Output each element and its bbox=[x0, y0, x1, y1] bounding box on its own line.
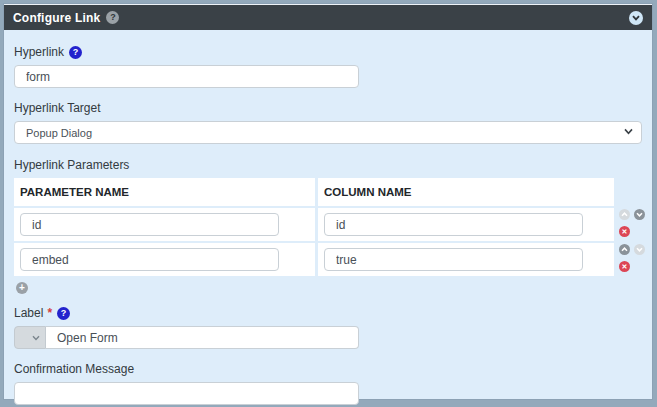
row-actions-1: ✕ bbox=[619, 244, 645, 279]
delete-row-icon[interactable]: ✕ bbox=[619, 226, 630, 237]
column-header-column-name: COLUMN NAME bbox=[318, 178, 614, 206]
hyperlink-parameters-table-wrap: PARAMETER NAME COLUMN NAME bbox=[14, 178, 642, 279]
label-help-icon[interactable]: ? bbox=[57, 307, 70, 320]
hyperlink-input[interactable] bbox=[14, 65, 359, 88]
label-input-group bbox=[14, 326, 642, 349]
label-input[interactable] bbox=[46, 326, 359, 349]
column-name-cell bbox=[318, 208, 614, 241]
row-actions-column: ✕ ✕ bbox=[614, 178, 645, 279]
add-parameter-icon[interactable]: + bbox=[16, 282, 28, 294]
hyperlink-parameters-table: PARAMETER NAME COLUMN NAME bbox=[14, 178, 614, 278]
move-down-icon[interactable] bbox=[634, 209, 645, 220]
table-row bbox=[14, 208, 614, 241]
required-marker: * bbox=[47, 306, 52, 320]
confirmation-message-label-row: Confirmation Message bbox=[14, 362, 642, 376]
chevron-down-icon bbox=[624, 128, 633, 135]
parameter-name-input-0[interactable] bbox=[20, 213, 279, 236]
label-icon-select[interactable] bbox=[14, 326, 46, 349]
confirmation-message-input[interactable] bbox=[14, 382, 359, 405]
parameter-name-cell bbox=[14, 208, 315, 241]
delete-row-icon[interactable]: ✕ bbox=[619, 261, 630, 272]
parameter-name-cell bbox=[14, 243, 315, 276]
column-name-input-0[interactable] bbox=[324, 213, 583, 236]
panel-header: Configure Link ? bbox=[4, 5, 652, 30]
collapse-chevron-icon[interactable] bbox=[629, 11, 643, 25]
label-field-label: Label bbox=[14, 306, 43, 320]
hyperlink-target-select[interactable]: Popup Dialog bbox=[14, 121, 642, 144]
hyperlink-target-label-row: Hyperlink Target bbox=[14, 101, 642, 115]
row-actions-0: ✕ bbox=[619, 209, 645, 244]
move-down-icon bbox=[634, 244, 645, 255]
hyperlink-label: Hyperlink bbox=[14, 45, 64, 59]
move-up-icon bbox=[619, 209, 630, 220]
configure-link-panel: Configure Link ? Hyperlink ? Hyperlink T… bbox=[4, 4, 652, 399]
move-up-icon[interactable] bbox=[619, 244, 630, 255]
table-header-row: PARAMETER NAME COLUMN NAME bbox=[14, 178, 614, 206]
hyperlink-target-label: Hyperlink Target bbox=[14, 101, 100, 115]
column-header-parameter-name: PARAMETER NAME bbox=[14, 178, 315, 206]
hyperlink-help-icon[interactable]: ? bbox=[69, 46, 82, 59]
hyperlink-target-value: Popup Dialog bbox=[26, 127, 92, 139]
header-help-icon[interactable]: ? bbox=[106, 11, 119, 24]
column-name-input-1[interactable] bbox=[324, 248, 583, 271]
label-field-label-row: Label * ? bbox=[14, 306, 642, 320]
column-name-cell bbox=[318, 243, 614, 276]
confirmation-message-label: Confirmation Message bbox=[14, 362, 134, 376]
panel-title: Configure Link bbox=[13, 11, 100, 25]
hyperlink-parameters-label: Hyperlink Parameters bbox=[14, 158, 129, 172]
table-row bbox=[14, 243, 614, 276]
parameter-name-input-1[interactable] bbox=[20, 248, 279, 271]
panel-body: Hyperlink ? Hyperlink Target Popup Dialo… bbox=[4, 30, 652, 407]
hyperlink-parameters-label-row: Hyperlink Parameters bbox=[14, 158, 642, 172]
hyperlink-label-row: Hyperlink ? bbox=[14, 45, 642, 59]
